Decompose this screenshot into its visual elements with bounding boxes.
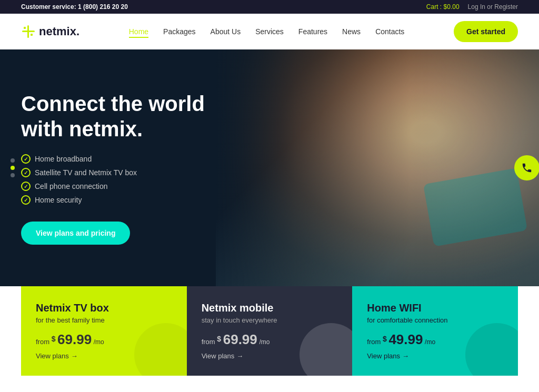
feature-label-2: Satellite TV and Netmix TV box — [35, 168, 137, 177]
price-sup-3: $ — [383, 335, 387, 343]
price-from-2: from — [202, 338, 217, 346]
nav-link-packages[interactable]: Packages — [163, 27, 195, 36]
logo-icon — [21, 24, 36, 39]
nav-item-news[interactable]: News — [342, 27, 361, 36]
top-right-actions: Cart : $0.00 Log In or Register — [426, 3, 518, 11]
logo[interactable]: netmix. — [21, 24, 79, 39]
card-tv-box-subtitle: for the best family time — [36, 316, 172, 324]
nav-item-features[interactable]: Features — [298, 27, 327, 36]
hero-features-list: Home broadband Satellite TV and Netmix T… — [21, 154, 242, 205]
feature-label-4: Home security — [35, 196, 82, 204]
login-link[interactable]: Log In — [468, 3, 485, 11]
card-bg-decoration-3 — [465, 323, 518, 376]
nav-item-services[interactable]: Services — [255, 27, 284, 36]
bottom-section: Experience the magic of technology — [0, 376, 539, 392]
check-icon-1 — [21, 154, 31, 164]
card-wifi: Home WIFI for comfortable connection fro… — [352, 286, 518, 376]
price-from-3: from — [367, 338, 383, 346]
cart-amount: $0.00 — [444, 3, 460, 11]
price-from-1: from — [36, 338, 52, 346]
feature-label-3: Cell phone connection — [35, 182, 108, 190]
nav-menu: Home Packages About Us Services Features… — [129, 27, 405, 36]
nav-link-about[interactable]: About Us — [211, 27, 241, 36]
phone-button[interactable] — [514, 155, 539, 180]
nav-link-home[interactable]: Home — [129, 27, 148, 38]
feature-label-1: Home broadband — [35, 155, 92, 163]
nav-item-contacts[interactable]: Contacts — [375, 27, 404, 36]
card-wifi-title: Home WIFI — [367, 302, 503, 314]
hero-content: Connect the world with netmix. Home broa… — [0, 59, 263, 276]
svg-rect-1 — [27, 25, 29, 38]
svg-rect-2 — [24, 27, 26, 29]
hero-background — [216, 49, 539, 286]
check-icon-3 — [21, 182, 31, 191]
check-icon-4 — [21, 195, 31, 205]
card-tv-box: Netmix TV box for the best family time f… — [21, 286, 187, 376]
customer-service-label: Customer service: — [21, 3, 76, 11]
hero-dots — [11, 158, 15, 177]
price-amount-2: 69.99 — [223, 331, 257, 347]
price-per-3: /mo — [425, 338, 435, 346]
cart-display: Cart : $0.00 — [426, 3, 460, 11]
feature-item-4: Home security — [21, 195, 242, 205]
navbar: netmix. Home Packages About Us Services … — [0, 14, 539, 49]
check-icon-2 — [21, 168, 31, 177]
nav-link-contacts[interactable]: Contacts — [375, 27, 404, 36]
svg-rect-3 — [31, 34, 33, 36]
price-per-1: /mo — [94, 338, 104, 346]
hero-dot-2[interactable] — [11, 166, 15, 170]
top-bar: Customer service: 1 (800) 216 20 20 Cart… — [0, 0, 539, 14]
hero-dot-3[interactable] — [11, 173, 15, 177]
nav-link-features[interactable]: Features — [298, 27, 327, 36]
nav-link-services[interactable]: Services — [255, 27, 284, 36]
price-per-2: /mo — [259, 338, 270, 346]
cards-section: Netmix TV box for the best family time f… — [0, 286, 539, 376]
price-amount-3: 49.99 — [388, 331, 423, 347]
card-tv-box-title: Netmix TV box — [36, 302, 172, 314]
nav-item-packages[interactable]: Packages — [163, 27, 195, 36]
get-started-button[interactable]: Get started — [454, 21, 518, 42]
nav-item-home[interactable]: Home — [129, 27, 148, 36]
card-mobile-subtitle: stay in touch everywhere — [202, 316, 338, 324]
hero-heading: Connect the world with netmix. — [21, 91, 242, 142]
auth-links: Log In or Register — [468, 3, 518, 11]
nav-item-about[interactable]: About Us — [211, 27, 241, 36]
phone-icon — [521, 162, 533, 174]
price-sup-1: $ — [52, 335, 56, 343]
view-plans-button[interactable]: View plans and pricing — [21, 222, 130, 245]
feature-item-1: Home broadband — [21, 154, 242, 164]
customer-service: Customer service: 1 (800) 216 20 20 — [21, 3, 128, 11]
hero-dot-1[interactable] — [11, 158, 15, 163]
card-mobile: Netmix mobile stay in touch everywhere f… — [187, 286, 353, 376]
feature-item-2: Satellite TV and Netmix TV box — [21, 168, 242, 177]
card-wifi-subtitle: for comfortable connection — [367, 316, 503, 324]
card-bg-decoration-1 — [134, 323, 187, 376]
hero-section: Connect the world with netmix. Home broa… — [0, 49, 539, 286]
card-bg-decoration-2 — [300, 323, 352, 376]
register-link[interactable]: Register — [494, 3, 518, 11]
price-amount-1: 69.99 — [57, 331, 92, 347]
card-mobile-title: Netmix mobile — [202, 302, 338, 314]
feature-item-3: Cell phone connection — [21, 182, 242, 191]
nav-link-news[interactable]: News — [342, 27, 361, 36]
price-sup-2: $ — [217, 335, 221, 343]
customer-service-phone: 1 (800) 216 20 20 — [78, 3, 128, 11]
